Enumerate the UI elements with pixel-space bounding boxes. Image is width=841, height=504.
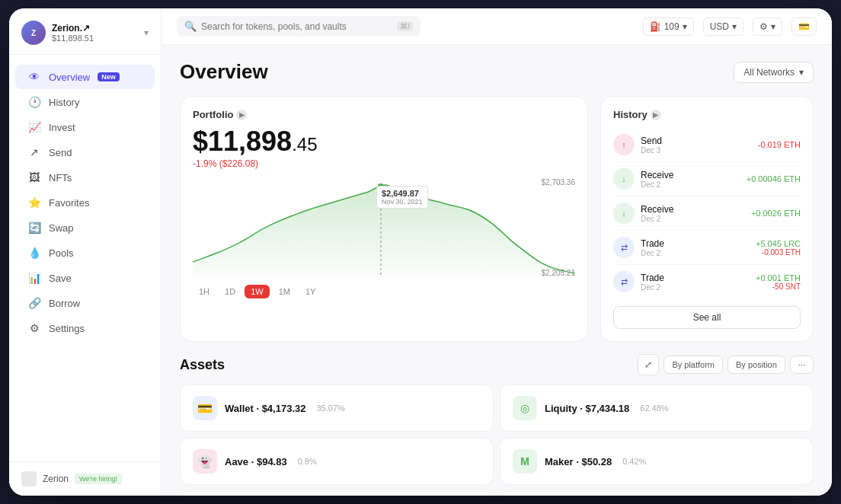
profile-name: Zerion.↗ <box>52 23 138 33</box>
wallet-asset-icon: 💳 <box>193 396 217 420</box>
pools-icon: 💧 <box>27 247 41 259</box>
time-1h-button[interactable]: 1H <box>193 285 216 298</box>
sidebar-item-borrow[interactable]: 🔗 Borrow <box>15 291 155 315</box>
nfts-icon: 🖼 <box>27 171 41 183</box>
borrow-icon: 🔗 <box>27 297 41 309</box>
hiring-badge: We're hiring! <box>75 474 122 484</box>
chevron-down-icon: ▾ <box>144 27 149 38</box>
history-item-4[interactable]: ⇄ Trade Dec 2 +5.045 LRC -0.003 ETH <box>613 231 801 265</box>
assets-controls: ⤢ By platform By position ··· <box>638 354 814 375</box>
portfolio-info-icon[interactable]: ▶ <box>236 110 247 120</box>
asset-percent: 0.8% <box>298 457 317 466</box>
trade-tx-icon-1: ⇄ <box>613 237 635 258</box>
history-amounts: +5.045 LRC -0.003 ETH <box>756 239 801 257</box>
more-options-button[interactable]: ··· <box>790 356 814 374</box>
send-icon: ↗ <box>27 146 41 158</box>
time-1d-button[interactable]: 1D <box>219 285 241 298</box>
sidebar-item-nfts[interactable]: 🖼 NFTs <box>15 165 155 190</box>
search-input[interactable] <box>201 21 392 32</box>
networks-label: All Networks <box>743 67 795 78</box>
currency-button[interactable]: USD ▾ <box>703 18 743 36</box>
time-1y-button[interactable]: 1Y <box>299 285 321 298</box>
history-amounts: +0.001 ETH -50 SNT <box>756 273 801 291</box>
history-icon: 🕐 <box>27 96 41 108</box>
page-content: Overview All Networks ▾ Portfolio ▶ $11,… <box>161 45 832 496</box>
maker-asset-icon: M <box>513 449 537 474</box>
asset-matic[interactable]: ◈ Matic · $24.86 0.21% <box>180 491 494 496</box>
wallet-button[interactable]: 💳 <box>791 18 817 36</box>
asset-liquity[interactable]: ◎ Liquity · $7,434.18 62.48% <box>500 384 814 432</box>
chart-low-label: $2,205.21 <box>542 269 576 277</box>
currency-chevron-icon: ▾ <box>732 21 737 32</box>
asset-wallet[interactable]: 💳 Wallet · $4,173.32 35.07% <box>180 384 494 432</box>
sidebar-item-send[interactable]: ↗ Send <box>15 140 155 164</box>
time-filters: 1H 1D 1W 1M 1Y <box>193 285 575 298</box>
gas-price-button[interactable]: ⛽ 109 ▾ <box>643 18 694 36</box>
sidebar-item-swap[interactable]: 🔄 Swap <box>15 215 155 240</box>
sidebar-item-invest[interactable]: 📈 Invest <box>15 115 155 139</box>
sidebar-item-label: Favorites <box>49 197 89 209</box>
sidebar-item-overview[interactable]: 👁 Overview New <box>15 65 155 89</box>
gas-value: 109 <box>664 21 680 32</box>
favorites-icon: ⭐ <box>27 196 41 209</box>
sidebar-item-save[interactable]: 📊 Save <box>15 266 155 290</box>
page-title: Overview <box>180 60 268 84</box>
by-position-button[interactable]: By position <box>727 356 785 374</box>
history-item-3[interactable]: ↓ Receive Dec 2 +0.0026 ETH <box>613 196 801 231</box>
portfolio-value: $11,898.45 <box>193 128 575 155</box>
time-1w-button[interactable]: 1W <box>245 285 270 298</box>
app-name: Zerion <box>43 474 69 484</box>
search-bar[interactable]: 🔍 ⌘/ <box>177 16 420 37</box>
networks-chevron-icon: ▾ <box>799 67 804 78</box>
sidebar-item-settings[interactable]: ⚙ Settings <box>15 316 155 340</box>
sidebar-item-favorites[interactable]: ⭐ Favorites <box>15 190 155 215</box>
history-amount: -0.019 ETH <box>758 140 801 149</box>
page-header: Overview All Networks ▾ <box>180 60 814 84</box>
avatar: Z <box>21 21 46 45</box>
all-networks-button[interactable]: All Networks ▾ <box>734 62 814 83</box>
main-grid: Portfolio ▶ $11,898.45 -1.9% ($226.08) $… <box>180 96 814 342</box>
history-item-1[interactable]: ↑ Send Dec 3 -0.019 ETH <box>613 128 801 162</box>
history-info: Receive Dec 2 <box>641 170 747 189</box>
asset-badger[interactable]: 🦡 Badger · $22.01 0.18% <box>500 491 814 496</box>
trade-amount-positive: +5.045 LRC <box>756 239 801 248</box>
history-item-2[interactable]: ↓ Receive Dec 2 +0.00046 ETH <box>613 162 801 196</box>
assets-section: Assets ⤢ By platform By position ··· 💳 W… <box>180 354 814 496</box>
chart-high-label: $2,703.36 <box>542 178 576 187</box>
time-1m-button[interactable]: 1M <box>273 285 296 298</box>
expand-button[interactable]: ⤢ <box>638 354 659 375</box>
history-title: History ▶ <box>613 109 801 120</box>
sidebar-item-history[interactable]: 🕐 History <box>15 90 155 114</box>
portfolio-chart: $2,703.36 <box>193 178 575 277</box>
history-amount: +0.0026 ETH <box>751 209 801 218</box>
asset-aave[interactable]: 👻 Aave · $94.83 0.8% <box>180 438 494 485</box>
sidebar-item-label: Swap <box>49 222 74 234</box>
history-info-icon[interactable]: ▶ <box>651 110 661 120</box>
sidebar-item-label: Invest <box>49 122 75 133</box>
profile-balance: $11,898.51 <box>52 33 138 43</box>
search-shortcut: ⌘/ <box>397 21 413 31</box>
zerion-logo <box>21 471 37 486</box>
invest-icon: 📈 <box>27 121 41 133</box>
settings-chevron-icon: ▾ <box>771 21 775 32</box>
sidebar-item-label: NFTs <box>49 172 72 183</box>
see-all-button[interactable]: See all <box>613 306 801 329</box>
expand-icon: ⤢ <box>644 359 652 370</box>
assets-title: Assets <box>180 357 225 373</box>
sidebar-item-pools[interactable]: 💧 Pools <box>15 241 155 265</box>
settings-button[interactable]: ⚙ ▾ <box>753 18 782 36</box>
trade-tx-icon-2: ⇄ <box>613 271 635 292</box>
sidebar-navigation: 👁 Overview New 🕐 History 📈 Invest ↗ Send… <box>9 55 161 461</box>
profile-section[interactable]: Z Zerion.↗ $11,898.51 ▾ <box>9 8 161 55</box>
asset-name: Liquity · $7,434.18 <box>545 403 629 414</box>
sidebar: Z Zerion.↗ $11,898.51 ▾ 👁 Overview New 🕐… <box>9 8 161 496</box>
asset-maker[interactable]: M Maker · $50.28 0.42% <box>500 438 814 485</box>
portfolio-decimal: .45 <box>292 134 317 155</box>
sidebar-item-label: Pools <box>49 247 74 259</box>
trade-amount-positive: +0.001 ETH <box>756 273 801 282</box>
history-item-5[interactable]: ⇄ Trade Dec 2 +0.001 ETH -50 SNT <box>613 265 801 298</box>
tooltip-value: $2,649.87 <box>382 189 423 198</box>
chart-tooltip: $2,649.87 Nov 30, 2021 <box>376 186 428 209</box>
by-platform-button[interactable]: By platform <box>664 356 723 374</box>
portfolio-title: Portfolio ▶ <box>193 109 575 120</box>
